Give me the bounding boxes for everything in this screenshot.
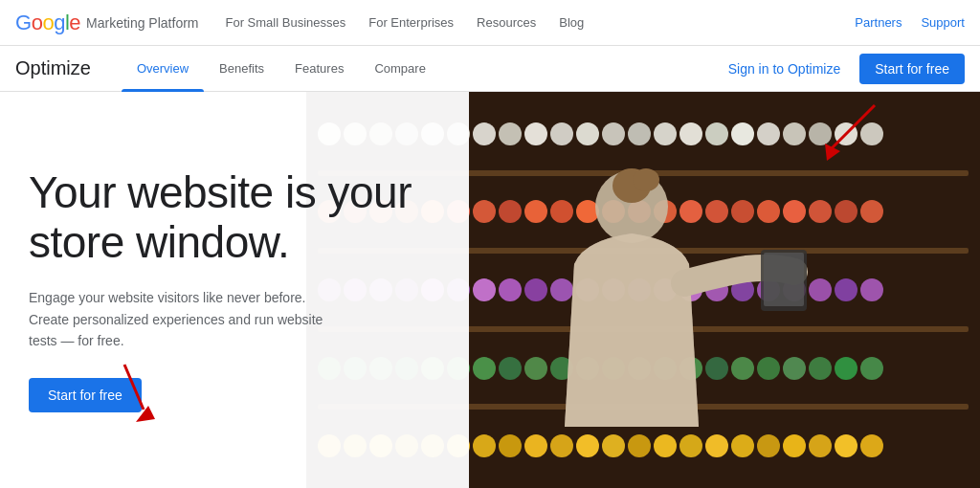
secondary-nav: Optimize Overview Benefits Features Comp… — [0, 46, 980, 92]
logo-g2: g — [54, 11, 65, 35]
support-link[interactable]: Support — [921, 15, 965, 30]
hero-section: Your website is your store window. Engag… — [0, 92, 980, 488]
partners-link[interactable]: Partners — [855, 15, 902, 30]
sign-in-link[interactable]: Sign in to Optimize — [728, 61, 841, 77]
logo-e: e — [69, 11, 80, 35]
sec-nav-benefits[interactable]: Benefits — [204, 46, 279, 92]
secondary-nav-links: Overview Benefits Features Compare — [122, 46, 441, 92]
logo-g: G — [15, 11, 32, 35]
top-nav-links: For Small Businesses For Enterprises Res… — [226, 15, 856, 30]
optimize-brand: Optimize — [15, 57, 91, 79]
sec-nav-right: Sign in to Optimize Start for free — [728, 54, 965, 84]
top-nav-right: Partners Support — [855, 15, 965, 30]
nav-link-resources[interactable]: Resources — [477, 15, 536, 30]
google-logo: Google — [15, 11, 80, 35]
sec-nav-features[interactable]: Features — [279, 46, 359, 92]
logo-area: Google Marketing Platform — [15, 11, 199, 35]
hero-cta-button[interactable]: Start for free — [29, 378, 142, 412]
hero-subtext: Engage your website visitors like never … — [29, 287, 335, 351]
top-nav: Google Marketing Platform For Small Busi… — [0, 0, 980, 46]
logo-o2: o — [42, 11, 54, 35]
nav-link-enterprises[interactable]: For Enterprises — [368, 15, 454, 30]
sec-nav-compare[interactable]: Compare — [359, 46, 440, 92]
nav-link-blog[interactable]: Blog — [559, 15, 584, 30]
start-free-button-nav[interactable]: Start for free — [859, 54, 965, 84]
hero-headline: Your website is your store window. — [29, 167, 431, 269]
marketing-platform-text: Marketing Platform — [86, 15, 198, 31]
hero-content: Your website is your store window. Engag… — [0, 92, 469, 488]
nav-link-small-business[interactable]: For Small Businesses — [226, 15, 346, 30]
logo-o1: o — [32, 11, 43, 35]
sec-nav-overview[interactable]: Overview — [122, 46, 204, 92]
